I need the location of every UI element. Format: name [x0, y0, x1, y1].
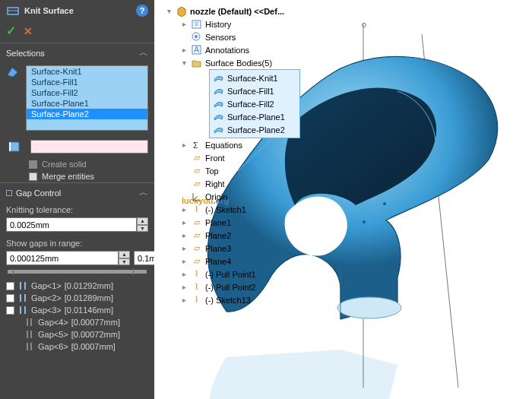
tolerance-input[interactable]	[6, 217, 137, 232]
tree-root[interactable]: ▾nozzle (Default) <<Def...	[165, 5, 317, 17]
chevron-up-icon: ︿	[139, 46, 148, 59]
gap-icon	[17, 305, 28, 315]
property-panel: Knit Surface ? ✓ ✕ Selections ︿ Surface-…	[0, 0, 154, 399]
gap-icon	[17, 293, 28, 303]
tree-item-annotations[interactable]: ▸AAnnotations	[165, 43, 317, 56]
equations-icon: Σ	[191, 139, 202, 150]
part-icon	[176, 5, 187, 17]
spin-down[interactable]: ▼	[137, 225, 148, 233]
tree-item-plane[interactable]: ▸▱Plane3	[165, 242, 317, 255]
plane-icon: ▱	[191, 217, 202, 228]
selections-list[interactable]: Surface-Knit1 Surface-Fill1 Surface-Fill…	[26, 65, 148, 131]
origin-icon	[191, 191, 202, 202]
gap-item[interactable]: Gap<2> [0.01289mm]	[6, 292, 148, 304]
surface-icon	[213, 85, 224, 97]
gap-list: Gap<1> [0.01292mm] Gap<2> [0.01289mm] Ga…	[0, 280, 154, 353]
panel-title: Knit Surface	[24, 6, 131, 15]
svg-point-5	[363, 24, 366, 27]
gap-item[interactable]: Gap<3> [0.01146mm]	[6, 304, 148, 316]
gap-item[interactable]: Gap<6> [0.0007mm]	[6, 340, 148, 353]
surface-icon	[213, 72, 224, 84]
tree-item-right[interactable]: ▱Right	[165, 177, 317, 190]
svg-point-6	[383, 202, 386, 205]
svg-text:Σ: Σ	[193, 141, 198, 150]
selection-pick-icon[interactable]	[0, 62, 26, 79]
chevron-up-icon: ︿	[139, 186, 148, 199]
svg-point-7	[363, 220, 366, 223]
plane-icon: ▱	[191, 242, 202, 254]
tree-item-plane[interactable]: ▸▱Plane2	[165, 229, 317, 242]
history-icon	[191, 18, 202, 30]
section-selections: Selections ︿ Surface-Knit1 Surface-Fill1…	[0, 43, 154, 182]
folder-icon	[191, 57, 202, 68]
plane-icon: ▱	[191, 165, 202, 176]
annotations-icon: A	[191, 44, 202, 55]
tolerance-label: Knitting tolerance:	[0, 202, 154, 216]
confirm-row: ✓ ✕	[0, 21, 154, 43]
gap-icon	[17, 280, 28, 291]
plane-icon: ▱	[191, 255, 202, 267]
list-item[interactable]: Surface-Fill1	[27, 77, 147, 87]
surface-icon	[213, 111, 224, 122]
gap-item[interactable]: Gap<1> [0.01292mm]	[6, 280, 148, 292]
tree-item-sketch[interactable]: ▸⌇(-) Pull Point2	[165, 280, 317, 293]
section-header-gap[interactable]: Gap Control ︿	[0, 183, 154, 202]
list-item[interactable]: Surface-Plane2	[27, 109, 147, 119]
tree-item-equations[interactable]: ▸ΣEquations	[165, 138, 317, 151]
range-label: Show gaps in range:	[0, 236, 154, 249]
tree-item-front[interactable]: ▱Front	[165, 151, 317, 164]
color-preview-icon[interactable]	[5, 140, 24, 154]
svg-point-10	[195, 35, 198, 38]
tree-item-plane[interactable]: ▸▱Plane1	[165, 216, 317, 229]
gap-item[interactable]: Gap<4> [0.00077mm]	[6, 316, 148, 328]
list-item[interactable]: Surface-Knit1	[27, 66, 147, 77]
sketch-icon: ⌇	[191, 268, 202, 280]
tree-item-surface[interactable]: Surface-Plane2	[210, 123, 299, 136]
tree-item-surface-bodies[interactable]: ▾Surface Bodies(5)	[165, 56, 317, 69]
tree-item-top[interactable]: ▱Top	[165, 164, 317, 177]
sketch-icon: ⌇	[191, 204, 202, 215]
tree-item-surface[interactable]: Surface-Fill1	[210, 84, 299, 97]
tree-item-sensors[interactable]: Sensors	[165, 30, 317, 43]
selected-surface-list: Surface-Knit1 Surface-Fill1 Surface-Fill…	[209, 69, 300, 138]
pin-icon[interactable]	[6, 190, 12, 196]
tree-item-surface[interactable]: Surface-Plane1	[210, 110, 299, 123]
gap-icon	[24, 317, 35, 328]
tree-item-origin[interactable]: Origin	[165, 190, 317, 203]
svg-text:A: A	[194, 45, 200, 54]
section-header-selections[interactable]: Selections ︿	[0, 43, 154, 62]
graphics-viewport[interactable]: luckyou.org ▾nozzle (Default) <<Def... ▸…	[154, 0, 532, 399]
tree-item-sketch[interactable]: ▸⌇(-) Sketch1	[165, 203, 317, 216]
tree-item-surface[interactable]: Surface-Fill2	[210, 97, 299, 110]
cancel-button[interactable]: ✕	[24, 25, 33, 37]
color-swatch[interactable]	[30, 140, 148, 154]
sketch-icon: ⌇	[191, 281, 202, 293]
knit-surface-icon	[6, 4, 20, 17]
tree-item-sketch[interactable]: ▸⌇(-) Sketch13	[165, 293, 317, 306]
sensors-icon	[191, 31, 202, 43]
svg-rect-8	[192, 21, 201, 28]
plane-icon: ▱	[191, 230, 202, 241]
tree-item-history[interactable]: ▸History	[165, 17, 317, 30]
range-min-input[interactable]	[6, 251, 119, 265]
tree-item-surface[interactable]: Surface-Knit1	[210, 71, 299, 84]
sketch-icon: ⌇	[191, 294, 202, 306]
help-icon[interactable]: ?	[136, 5, 148, 17]
section-gap-control: Gap Control ︿ Knitting tolerance: ▲▼ Sho…	[0, 182, 154, 353]
tree-item-plane[interactable]: ▸▱Plane4	[165, 255, 317, 268]
plane-icon: ▱	[191, 178, 202, 189]
gap-item[interactable]: Gap<5> [0.00072mm]	[6, 328, 148, 340]
tree-item-sketch[interactable]: ▸⌇(-) Pull Point1	[165, 268, 317, 280]
plane-icon: ▱	[191, 152, 202, 163]
list-item[interactable]: Surface-Fill2	[27, 87, 147, 98]
tolerance-spinner[interactable]: ▲▼	[6, 217, 148, 232]
gap-icon	[24, 341, 35, 352]
range-slider[interactable]	[8, 270, 147, 274]
spin-up[interactable]: ▲	[137, 217, 148, 225]
ok-button[interactable]: ✓	[6, 24, 16, 38]
create-solid-checkbox: Create solid	[0, 158, 154, 170]
merge-entities-checkbox[interactable]: Merge entities	[0, 170, 154, 182]
feature-tree[interactable]: ▾nozzle (Default) <<Def... ▸History Sens…	[165, 5, 317, 306]
range-min-spinner[interactable]: ▲▼	[6, 251, 130, 265]
list-item[interactable]: Surface-Plane1	[27, 98, 147, 109]
